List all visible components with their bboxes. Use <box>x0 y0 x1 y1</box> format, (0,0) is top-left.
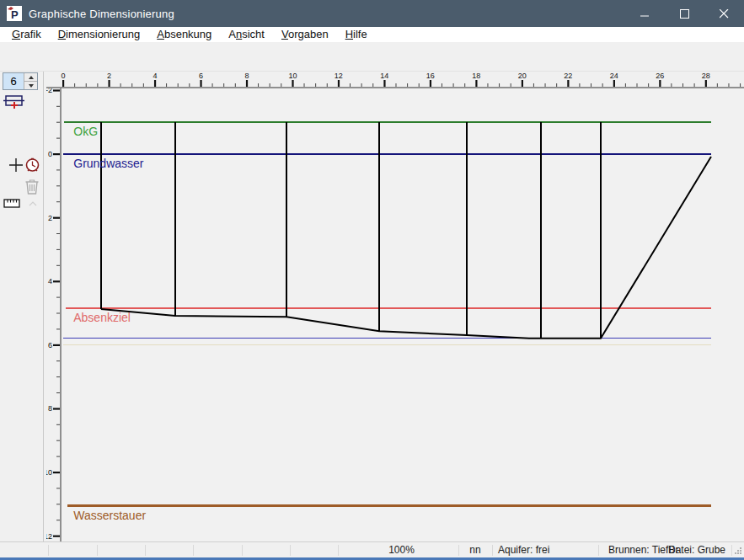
svg-text:4: 4 <box>48 277 52 285</box>
svg-text:22: 22 <box>564 72 572 80</box>
menu-bar: GrafikDimensionierungAbsenkungAnsichtVor… <box>0 27 744 42</box>
svg-text:0: 0 <box>61 72 65 80</box>
status-file: Datei: Grube <box>668 544 730 557</box>
vertical-ruler: -2024681012 <box>46 88 62 541</box>
snap-hint-icon <box>29 200 37 208</box>
minimize-button[interactable] <box>625 0 665 27</box>
tool-sidebar: 6 <box>0 72 44 541</box>
drawing-area[interactable]: OkGGrundwasserAbsenkzielWasserstauer <box>62 88 744 541</box>
app-icon: P <box>7 6 22 21</box>
horizontal-ruler: 0246810121416182022242628 <box>46 72 744 88</box>
svg-text:12: 12 <box>46 532 52 541</box>
svg-text:10: 10 <box>288 72 297 80</box>
svg-text:12: 12 <box>335 72 343 80</box>
svg-text:16: 16 <box>426 72 435 80</box>
measure-ruler-icon[interactable] <box>3 198 20 209</box>
svg-text:2: 2 <box>48 214 52 222</box>
level-label-wasserstauer: Wasserstauer <box>73 509 146 522</box>
window-title: Graphische Dimensionierung <box>29 8 174 20</box>
add-point-icon[interactable] <box>8 157 24 173</box>
application-window: P Graphische Dimensionierung GrafikDimen… <box>0 0 744 560</box>
chart-canvas: OkGGrundwasserAbsenkzielWasserstauer <box>62 88 744 541</box>
add-well-icon[interactable] <box>3 92 27 112</box>
time-clock-icon[interactable] <box>24 157 40 173</box>
toolbar: x + <box>0 42 744 72</box>
svg-text:20: 20 <box>518 72 527 80</box>
svg-text:18: 18 <box>472 72 480 80</box>
title-bar: P Graphische Dimensionierung <box>0 0 744 27</box>
well-count-down-button[interactable] <box>24 82 37 89</box>
drawdown-curve <box>101 157 711 339</box>
svg-text:26: 26 <box>656 72 664 80</box>
level-label-grundwasser: Grundwasser <box>73 157 144 170</box>
status-aquifer: Aquifer: frei <box>498 544 549 557</box>
svg-text:4: 4 <box>153 72 157 80</box>
menu-item-absenkung[interactable]: Absenkung <box>148 27 220 42</box>
svg-text:6: 6 <box>48 341 52 349</box>
well-count-spinner: 6 <box>3 72 38 90</box>
svg-text:8: 8 <box>244 72 249 80</box>
maximize-button[interactable] <box>665 0 704 27</box>
well-count-up-button[interactable] <box>24 73 37 82</box>
level-label-okg: OkG <box>73 125 98 138</box>
level-label-absenkziel: Absenkziel <box>73 311 131 324</box>
close-button[interactable] <box>704 0 744 27</box>
status-bar: 100% nn Aquifer: frei Brunnen: TiefBr Da… <box>0 541 744 557</box>
svg-text:P: P <box>11 8 19 21</box>
svg-text:0: 0 <box>48 150 52 158</box>
menu-item-vorgaben[interactable]: Vorgaben <box>273 27 337 42</box>
menu-item-ansicht[interactable]: Ansicht <box>220 27 273 42</box>
svg-text:10: 10 <box>46 468 52 477</box>
svg-text:28: 28 <box>702 72 710 80</box>
menu-item-dimensionierung[interactable]: Dimensionierung <box>50 27 149 42</box>
svg-text:24: 24 <box>610 72 618 80</box>
resize-grip[interactable] <box>734 547 742 555</box>
svg-text:6: 6 <box>199 72 203 80</box>
delete-trash-icon[interactable] <box>24 178 40 195</box>
status-zoom-level: 100% <box>345 544 458 557</box>
svg-text:-2: -2 <box>46 88 52 94</box>
svg-text:8: 8 <box>48 404 52 413</box>
menu-item-grafik[interactable]: Grafik <box>3 27 50 42</box>
svg-text:14: 14 <box>380 72 388 80</box>
svg-text:2: 2 <box>107 72 111 80</box>
status-marker: nn <box>458 544 492 557</box>
menu-item-hilfe[interactable]: Hilfe <box>337 27 376 42</box>
well-count-value[interactable]: 6 <box>3 73 24 89</box>
